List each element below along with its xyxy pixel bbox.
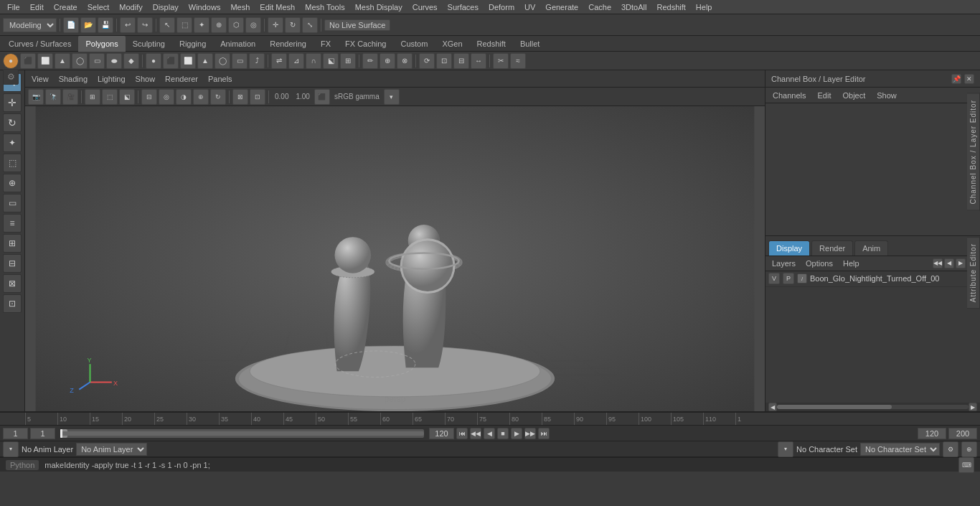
toggle-ao-icon[interactable]: ◎ bbox=[159, 89, 174, 105]
display-mode-icon[interactable]: ⊞ bbox=[85, 89, 100, 105]
camera-persp-icon[interactable]: 📷 bbox=[28, 89, 44, 105]
menu-mesh-tools[interactable]: Mesh Tools bbox=[301, 1, 349, 13]
vp-lighting[interactable]: Lighting bbox=[94, 74, 129, 84]
poly-cone-icon[interactable]: ▲ bbox=[197, 53, 213, 69]
menu-display[interactable]: Display bbox=[149, 1, 183, 13]
snap-icon[interactable]: ⊕ bbox=[211, 17, 227, 33]
scroll-track[interactable] bbox=[777, 405, 969, 409]
cmd-kbd-icon[interactable]: ⌨ bbox=[958, 457, 974, 473]
settings-gear-icon[interactable]: ⚙ bbox=[3, 69, 19, 85]
tab-animation[interactable]: Animation bbox=[213, 36, 263, 52]
layer-color-icon[interactable]: / bbox=[797, 273, 807, 284]
rp-pin-icon[interactable]: 📌 bbox=[951, 74, 961, 84]
step-back-btn[interactable]: ◀◀ bbox=[470, 428, 481, 439]
char-set-select[interactable]: No Character Set bbox=[860, 443, 940, 456]
bevel-icon[interactable]: ⊿ bbox=[288, 53, 304, 69]
plus-minus-btn[interactable]: ⊞ bbox=[3, 234, 22, 253]
sphere-icon[interactable]: ● bbox=[3, 53, 19, 69]
open-icon[interactable]: 📂 bbox=[80, 17, 96, 33]
attr-editor-side-tab[interactable]: Attribute Editor bbox=[967, 237, 980, 309]
nurbs-icon[interactable]: ◎ bbox=[245, 17, 261, 33]
vp-show[interactable]: Show bbox=[132, 74, 159, 84]
menu-mesh-display[interactable]: Mesh Display bbox=[351, 1, 407, 13]
camera-btn[interactable]: ⊠ bbox=[3, 274, 22, 293]
menu-file[interactable]: File bbox=[3, 1, 24, 13]
poly-extrude-icon[interactable]: ⤴ bbox=[249, 53, 265, 69]
split-icon[interactable]: ⊗ bbox=[397, 53, 413, 69]
color-mode-icon[interactable]: ⬛ bbox=[314, 89, 330, 105]
tab-anim[interactable]: Anim bbox=[854, 240, 888, 256]
layers-scrollbar[interactable]: ◀ ▶ bbox=[765, 403, 980, 411]
menu-cache[interactable]: Cache bbox=[584, 1, 616, 13]
move-tool-btn[interactable]: ✛ bbox=[3, 93, 22, 112]
vp-panels[interactable]: Panels bbox=[204, 74, 236, 84]
tab-sculpting[interactable]: Sculpting bbox=[126, 36, 172, 52]
tab-rigging[interactable]: Rigging bbox=[172, 36, 213, 52]
stop-btn[interactable]: ■ bbox=[497, 428, 509, 439]
camera-pan-icon[interactable]: 🔭 bbox=[45, 89, 61, 105]
redo-icon[interactable]: ↪ bbox=[137, 17, 153, 33]
scroll-left-icon[interactable]: ◀ bbox=[768, 403, 777, 411]
frame-input[interactable] bbox=[3, 428, 28, 439]
menu-curves[interactable]: Curves bbox=[408, 1, 442, 13]
step-fwd-btn[interactable]: ▶▶ bbox=[524, 428, 536, 439]
playback-max-input[interactable] bbox=[918, 428, 946, 439]
select-icon[interactable]: ↖ bbox=[159, 17, 175, 33]
char-set-menu-icon[interactable]: ▾ bbox=[778, 441, 793, 457]
jump-last-btn[interactable]: ⏭ bbox=[538, 428, 550, 439]
insert-icon[interactable]: ⊟ bbox=[453, 53, 469, 69]
menu-select[interactable]: Select bbox=[83, 1, 114, 13]
vp-view[interactable]: View bbox=[28, 74, 52, 84]
tab-fx-caching[interactable]: FX Caching bbox=[338, 36, 393, 52]
menu-3dtoll[interactable]: 3DtoAll bbox=[617, 1, 651, 13]
layer-p-btn[interactable]: P bbox=[783, 273, 794, 284]
layers-options[interactable]: Options bbox=[802, 258, 837, 268]
menu-redshift[interactable]: Redshift bbox=[652, 1, 689, 13]
menu-modify[interactable]: Modify bbox=[115, 1, 146, 13]
playback-speed-input[interactable] bbox=[948, 428, 977, 439]
slide-icon[interactable]: ↔ bbox=[471, 53, 486, 69]
bridge-icon[interactable]: ⇌ bbox=[271, 53, 287, 69]
tab-rendering[interactable]: Rendering bbox=[263, 36, 314, 52]
rp-show[interactable]: Show bbox=[872, 90, 901, 101]
play-fwd-btn[interactable]: ▶ bbox=[511, 428, 522, 439]
poly-cyl-icon[interactable]: ⬜ bbox=[180, 53, 196, 69]
vp-shading[interactable]: Shading bbox=[55, 74, 91, 84]
toggle-hud-icon[interactable]: ⊠ bbox=[232, 89, 248, 105]
layer-v-btn[interactable]: V bbox=[768, 273, 780, 284]
poly-sphere-icon[interactable]: ● bbox=[146, 53, 161, 69]
vp-renderer[interactable]: Renderer bbox=[161, 74, 202, 84]
pivot-btn[interactable]: ⊕ bbox=[3, 174, 22, 192]
menu-edit[interactable]: Edit bbox=[26, 1, 48, 13]
menu-deform[interactable]: Deform bbox=[484, 1, 519, 13]
tab-fx[interactable]: FX bbox=[314, 36, 338, 52]
toggle-xray-icon[interactable]: ⊡ bbox=[250, 89, 265, 105]
snap2-btn[interactable]: ⊡ bbox=[3, 294, 22, 313]
multi-cut-icon[interactable]: ✂ bbox=[493, 53, 509, 69]
play-back-btn[interactable]: ◀ bbox=[484, 428, 495, 439]
layers-nav-back2[interactable]: ◀◀ bbox=[933, 258, 943, 268]
torus-icon[interactable]: ◯ bbox=[72, 53, 88, 69]
layers-menu[interactable]: Layers bbox=[768, 258, 799, 268]
tab-curves-surfaces[interactable]: Curves / Surfaces bbox=[1, 36, 78, 52]
tab-xgen[interactable]: XGen bbox=[435, 36, 469, 52]
anim-layer-select[interactable]: No Anim Layer bbox=[76, 443, 147, 456]
append-icon[interactable]: ⊕ bbox=[380, 53, 395, 69]
tab-render[interactable]: Render bbox=[811, 240, 853, 256]
poly-cube-icon[interactable]: ⬛ bbox=[163, 53, 179, 69]
layers-help[interactable]: Help bbox=[839, 258, 863, 268]
menu-create[interactable]: Create bbox=[50, 1, 82, 13]
rp-object[interactable]: Object bbox=[838, 90, 870, 101]
rect-sel-btn[interactable]: ▭ bbox=[3, 194, 22, 212]
cylinder-icon[interactable]: ⬜ bbox=[37, 53, 53, 69]
menu-mesh[interactable]: Mesh bbox=[226, 1, 254, 13]
rotate-icon[interactable]: ↻ bbox=[285, 17, 301, 33]
plane-icon[interactable]: ▭ bbox=[89, 53, 105, 69]
rotate-tool-btn[interactable]: ↻ bbox=[3, 113, 22, 132]
disk-icon[interactable]: ⬬ bbox=[106, 53, 122, 69]
rp-channels[interactable]: Channels bbox=[768, 90, 810, 101]
tab-custom[interactable]: Custom bbox=[394, 36, 435, 52]
rp-close-icon[interactable]: ✕ bbox=[964, 74, 974, 84]
lasso-icon[interactable]: ⬚ bbox=[176, 17, 192, 33]
toggle-aa-icon[interactable]: ⊕ bbox=[193, 89, 209, 105]
